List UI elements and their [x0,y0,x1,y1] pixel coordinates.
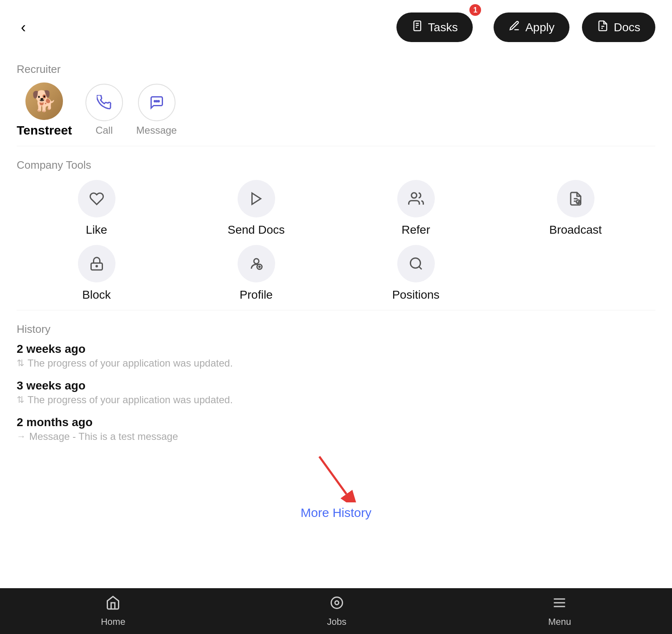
jobs-label: Jobs [327,617,346,627]
main-content: Recruiter 🐕 Tenstreet Call M [0,50,672,588]
like-label: Like [86,223,107,237]
svg-point-7 [156,101,157,102]
home-icon [105,595,120,614]
message-label: Message [136,125,177,136]
tasks-button[interactable]: Tasks [396,12,473,42]
more-history-wrap: More History [17,506,655,520]
recruiter-avatar: 🐕 [25,82,63,120]
tool-broadcast[interactable]: Broadcast [496,180,655,237]
block-label: Block [82,288,110,302]
history-time-2: 2 months ago [17,416,655,429]
profile-label: Profile [240,288,273,302]
history-desc-1: ⇅ The progress of your application was u… [17,394,655,406]
docs-button[interactable]: Docs [582,12,655,42]
svg-line-23 [319,457,346,494]
svg-line-21 [419,267,421,270]
menu-icon [552,595,567,614]
red-arrow-annotation [311,452,361,502]
history-text-1: The progress of your application was upd… [28,394,233,406]
top-bar: ‹ Tasks 1 [0,0,672,50]
call-btn-wrap: Call [85,84,123,136]
bottom-nav: Home Jobs Menu [0,588,672,634]
send-docs-icon-circle [238,180,275,217]
annotation-arrow-wrap [17,452,655,502]
docs-label: Docs [614,21,640,34]
svg-point-15 [96,266,97,267]
history-desc-0: ⇅ The progress of your application was u… [17,357,655,369]
message-btn-wrap: Message [136,84,177,136]
divider-1 [17,146,655,146]
send-docs-label: Send Docs [228,223,285,237]
history-time-1: 3 weeks ago [17,379,655,392]
tasks-wrap: Tasks 1 [396,12,481,42]
apply-icon [509,20,520,35]
divider-2 [17,310,655,310]
history-text-0: The progress of your application was upd… [28,357,233,369]
docs-icon [597,20,609,35]
broadcast-icon-circle [557,180,594,217]
svg-point-6 [154,101,155,102]
tasks-label: Tasks [428,21,458,34]
recruiter-row: 🐕 Tenstreet Call Message [17,82,655,137]
block-icon-circle [78,245,115,282]
more-history-link[interactable]: More History [301,506,371,519]
apply-label: Apply [525,21,554,34]
tool-positions[interactable]: Positions [336,245,496,302]
history-item-0: 2 weeks ago ⇅ The progress of your appli… [17,342,655,369]
svg-point-8 [158,101,159,102]
tool-block[interactable]: Block [17,245,176,302]
jobs-icon [329,595,344,614]
tasks-badge: 1 [469,4,481,16]
history-icon-2: → [17,431,26,442]
history-icon-1: ⇅ [17,394,24,405]
svg-point-16 [254,259,259,264]
svg-point-20 [410,258,420,268]
history-section-label: History [17,323,655,336]
nav-menu[interactable]: Menu [548,595,571,627]
like-icon-circle [78,180,115,217]
profile-icon-circle [238,245,275,282]
company-tools-label: Company Tools [17,159,655,172]
recruiter-avatar-wrap: 🐕 Tenstreet [17,82,72,137]
history-desc-2: → Message - This is a test message [17,431,655,442]
history-text-2: Message - This is a test message [29,431,178,442]
history-item-2: 2 months ago → Message - This is a test … [17,416,655,442]
svg-point-25 [335,601,339,604]
svg-point-24 [331,597,342,608]
nav-home[interactable]: Home [101,595,125,627]
history-time-0: 2 weeks ago [17,342,655,356]
recruiter-name: Tenstreet [17,123,72,137]
home-label: Home [101,617,125,627]
svg-point-10 [411,193,416,198]
back-button[interactable]: ‹ [17,19,30,36]
tool-send-docs[interactable]: Send Docs [176,180,336,237]
tool-refer[interactable]: Refer [336,180,496,237]
refer-label: Refer [401,223,430,237]
tasks-icon [411,20,423,35]
apply-button[interactable]: Apply [494,12,569,42]
tool-like[interactable]: Like [17,180,176,237]
call-label: Call [95,125,113,136]
tool-profile[interactable]: Profile [176,245,336,302]
history-icon-0: ⇅ [17,358,24,369]
top-actions: Tasks 1 Apply Docs [396,12,655,42]
nav-jobs[interactable]: Jobs [327,595,346,627]
svg-marker-9 [252,193,261,205]
message-button[interactable] [138,84,176,121]
call-button[interactable] [85,84,123,121]
refer-icon-circle [397,180,435,217]
broadcast-label: Broadcast [549,223,602,237]
positions-label: Positions [392,288,440,302]
history-item-1: 3 weeks ago ⇅ The progress of your appli… [17,379,655,406]
recruiter-section-label: Recruiter [17,63,655,76]
company-tools-grid: Like Send Docs Refer [17,180,655,302]
positions-icon-circle [397,245,435,282]
history-section: History 2 weeks ago ⇅ The progress of yo… [17,323,655,537]
menu-label: Menu [548,617,571,627]
